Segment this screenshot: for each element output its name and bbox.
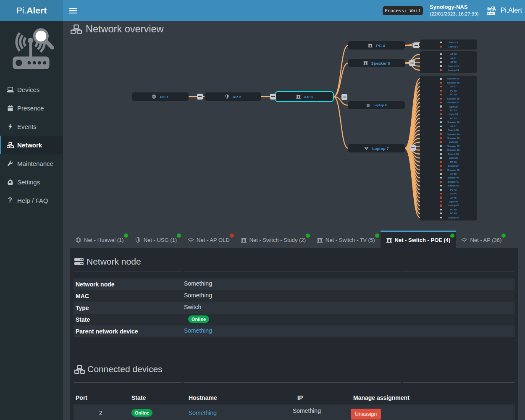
device-node-ap-44[interactable]: AP 44 xyxy=(420,192,477,195)
column-header-manage-assignment: Manage assignment xyxy=(351,394,514,401)
device-node-pc-49[interactable]: PC 49 xyxy=(420,212,477,215)
sidebar-item-maintenance[interactable]: Maintenance xyxy=(0,154,63,173)
device-node-pc-23[interactable]: PC 23 xyxy=(420,108,477,112)
network-node-pc-4[interactable]: PC 4 xyxy=(348,41,405,50)
tab-net-switch-tv-5[interactable]: Net - Switch - TV (5) xyxy=(311,231,381,248)
online-badge: Online xyxy=(188,315,209,323)
network-node-ap-3[interactable]: AP 3 xyxy=(275,91,334,102)
device-node-switch-8[interactable]: Switch 8 xyxy=(420,41,477,45)
device-node-ap-17[interactable]: AP 17 xyxy=(420,85,477,89)
device-node-switch-42[interactable]: Switch 42 xyxy=(420,184,477,188)
globe-icon xyxy=(366,104,370,107)
collapse-node-button[interactable] xyxy=(270,94,276,100)
sidebar-item-presence[interactable]: Presence xyxy=(0,99,63,117)
sidebar-item-network[interactable]: Network xyxy=(0,136,63,154)
network-node-pc-1[interactable]: PC 1 xyxy=(132,92,189,101)
connected-devices-section-title: Connected devices xyxy=(74,364,163,374)
device-node-pc-36[interactable]: PC 36 xyxy=(420,160,477,164)
device-node-ap-12[interactable]: AP 12 xyxy=(420,60,477,64)
device-node-ap-39[interactable]: AP 39 xyxy=(420,172,477,176)
device-node-light-24[interactable]: Light 24 xyxy=(420,113,477,116)
device-node-light-31[interactable]: Light 31 xyxy=(420,140,477,144)
collapse-node-button[interactable] xyxy=(413,42,419,48)
collapse-node-button[interactable] xyxy=(409,60,415,66)
device-node-label: AP 27 xyxy=(442,125,465,128)
tab-net-ap-old[interactable]: Net - AP OLD xyxy=(182,231,235,248)
host-info: Synology-NAS (22/01/2023, 16:27:39) xyxy=(430,4,478,18)
device-node-switch-34[interactable]: Switch 34 xyxy=(420,152,477,156)
unassign-button[interactable]: Unassign xyxy=(351,409,381,420)
hostname-link[interactable]: Something xyxy=(189,410,217,416)
device-node-label: Light 31 xyxy=(442,141,465,143)
device-node-sneaker-16[interactable]: Sneaker 16 xyxy=(420,81,477,84)
device-node-light-46[interactable]: Light 46 xyxy=(420,200,477,203)
device-node-laptop-47[interactable]: Laptop 47 xyxy=(420,204,477,207)
status-dot-green xyxy=(450,234,454,238)
table-row: Parent network deviceSomething xyxy=(74,326,514,337)
tab-net-ap-36[interactable]: Net - AP (36) xyxy=(456,231,507,248)
device-node-ap-10[interactable]: AP 10 xyxy=(420,52,477,56)
parent-device-link[interactable]: Something xyxy=(184,327,212,334)
network-node-laptop-7[interactable]: Laptop 7 xyxy=(348,144,405,152)
device-node-light-22[interactable]: Light 22 xyxy=(420,105,477,108)
device-node-label: Light 24 xyxy=(442,113,465,116)
device-node-speaker-29[interactable]: Speaker 29 xyxy=(420,132,477,136)
network-node-ap-2[interactable]: AP 2 xyxy=(205,92,261,101)
archway-icon xyxy=(241,237,247,243)
tab-net-switch-study-2[interactable]: Net - Switch - Study (2) xyxy=(235,231,311,248)
device-node-sneaker-26[interactable]: Sneaker 26 xyxy=(420,121,477,124)
sidebar-item-help-faq[interactable]: ?Help / FAQ xyxy=(0,191,63,210)
tab-pane: Network node Network nodeSomethingMACSom… xyxy=(70,248,518,420)
device-node-switch-28[interactable]: Switch 28 xyxy=(420,128,477,132)
archway-icon xyxy=(317,237,323,243)
device-node-switch-37[interactable]: Switch 37 xyxy=(420,164,477,168)
device-node-switch-40[interactable]: Switch 40 xyxy=(420,176,477,180)
device-node-sneaker-38[interactable]: Sneaker 38 xyxy=(420,168,477,172)
device-node-ap-45[interactable]: AP 45 xyxy=(420,196,477,200)
app-logo[interactable]: Pi.Alert xyxy=(0,0,63,21)
device-node-pc-18[interactable]: PC 18 xyxy=(420,89,477,92)
connected-devices-table: PortStateHostnameIPManage assignment2Onl… xyxy=(74,391,514,420)
device-node-ap-27[interactable]: AP 27 xyxy=(420,124,477,128)
device-node-switch-41[interactable]: Switch 41 xyxy=(420,180,477,184)
sidebar-item-devices[interactable]: Devices xyxy=(0,80,63,99)
collapse-node-button[interactable] xyxy=(197,94,203,100)
device-node-pc-19[interactable]: PC 19 xyxy=(420,92,477,96)
navbar-brand[interactable]: Pi.Alert xyxy=(485,5,522,16)
device-node-pc-25[interactable]: PC 25 xyxy=(420,116,477,120)
device-node-sneaker-21[interactable]: Sneaker 21 xyxy=(420,100,477,104)
device-node-laptop-50[interactable]: Laptop 50 xyxy=(420,215,477,219)
tab-net-huawei-1[interactable]: Net - Huawei (1) xyxy=(70,231,129,248)
device-node-label: Sneaker 33 xyxy=(442,149,465,151)
sidebar-toggle-button[interactable] xyxy=(69,8,77,13)
device-node-speaker-20[interactable]: Speaker 20 xyxy=(420,97,477,100)
status-dot-green xyxy=(501,234,506,238)
collapse-node-button[interactable] xyxy=(341,94,347,100)
row-label: Type xyxy=(74,304,184,311)
device-node-label: AP 11 xyxy=(442,57,465,60)
tab-net-switch-poe-4[interactable]: Net - Switch - POE (4) xyxy=(381,231,456,248)
device-node-pc-48[interactable]: PC 48 xyxy=(420,207,477,211)
device-node-switch-13[interactable]: Switch 13 xyxy=(420,64,477,68)
collapse-node-button[interactable] xyxy=(410,145,416,151)
device-node-label: Laptop 9 xyxy=(442,45,465,48)
network-node-laptop-6[interactable]: Laptop 6 xyxy=(348,101,405,109)
device-node-label: AP 17 xyxy=(442,85,465,88)
device-group: Switch 8Laptop 9 xyxy=(420,39,477,50)
sidebar-item-settings[interactable]: Settings xyxy=(0,173,63,191)
network-node-speaker-5[interactable]: Speaker 5 xyxy=(348,59,405,67)
device-node-sneaker-30[interactable]: Sneaker 30 xyxy=(420,136,477,140)
device-node-sneaker-32[interactable]: Sneaker 32 xyxy=(420,144,477,148)
host-timestamp: (22/01/2023, 16:27:39) xyxy=(430,10,478,18)
device-node-label: Switch 42 xyxy=(442,184,465,187)
device-node-laptop-14[interactable]: Laptop 14 xyxy=(420,68,477,72)
table-row: MACSomething xyxy=(74,290,514,302)
tab-net-usg-1[interactable]: Net - USG (1) xyxy=(129,231,182,248)
device-node-light-35[interactable]: Light 35 xyxy=(420,156,477,160)
device-node-laptop-9[interactable]: Laptop 9 xyxy=(420,45,477,48)
device-node-sneaker-33[interactable]: Sneaker 33 xyxy=(420,148,477,152)
device-node-ap-11[interactable]: AP 11 xyxy=(420,56,477,60)
device-node-speaker-15[interactable]: Speaker 15 xyxy=(420,77,477,81)
device-node-pc-43[interactable]: PC 43 xyxy=(420,188,477,192)
sidebar-item-events[interactable]: Events xyxy=(0,117,63,136)
